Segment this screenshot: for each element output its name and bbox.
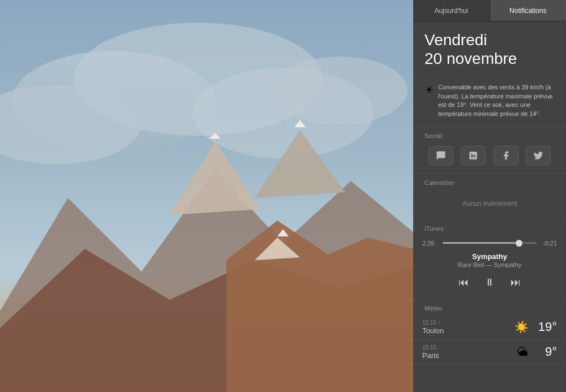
no-event-label: Aucun événement (413, 189, 566, 211)
svg-point-4 (192, 68, 374, 158)
itunes-progress-bar[interactable]: 2:26 -0:21 (413, 235, 566, 249)
date-day: Vendredi (424, 32, 555, 49)
svg-marker-10 (294, 120, 306, 127)
svg-rect-0 (0, 0, 413, 392)
itunes-track-info: Sympathy Rare Bird — Sympathy (413, 249, 566, 270)
svg-marker-8 (209, 133, 221, 139)
meteo-loc-toulon: Toulon (422, 326, 509, 335)
social-header: Social (413, 127, 566, 143)
tab-today[interactable]: Aujourd'hui (413, 0, 490, 21)
svg-marker-6 (0, 170, 413, 392)
tab-notifications[interactable]: Notifications (490, 0, 567, 21)
tab-bar: Aujourd'hui Notifications (413, 0, 566, 21)
weather-summary-text: Convenable avec des vents à 39 km/h (à l… (438, 83, 555, 118)
meteo-time-loc-paris: 15:15 Paris (422, 344, 512, 360)
svg-point-2 (74, 23, 323, 136)
time-elapsed: 2:26 (422, 240, 438, 247)
svg-marker-11 (0, 249, 413, 392)
meteo-time-paris: 15:15 (422, 344, 512, 351)
notification-center-panel: Aujourd'hui Notifications Vendredi 20 no… (413, 0, 566, 392)
nc-content[interactable]: Vendredi 20 novembre ☀ Convenable avec d… (413, 21, 566, 392)
time-remaining: -0:21 (541, 240, 557, 247)
previous-button[interactable]: ⏮ (456, 275, 471, 291)
progress-track[interactable] (443, 242, 537, 244)
meteo-loc-paris: Paris (422, 351, 512, 360)
social-twitter-button[interactable] (526, 146, 551, 165)
date-section: Vendredi 20 novembre (413, 21, 566, 76)
meteo-section: Météo 15:15 ↑ Toulon ☀️ 19° 15:15 Paris … (413, 299, 566, 367)
meteo-icon-paris: 🌥 (517, 346, 529, 359)
desktop-background (0, 0, 413, 392)
track-artist-album: Rare Bird — Sympathy (419, 261, 560, 268)
svg-marker-14 (277, 229, 289, 236)
svg-marker-7 (170, 141, 260, 215)
pause-button[interactable]: ⏸ (482, 275, 498, 291)
sun-icon: ☀ (424, 84, 434, 96)
meteo-time-toulon: 15:15 ↑ (422, 320, 509, 326)
social-section: Social (413, 127, 566, 174)
meteo-icon-toulon: ☀️ (514, 320, 529, 334)
progress-thumb (516, 240, 522, 247)
svg-marker-9 (255, 130, 345, 198)
calendar-section: Calendrier Aucun événement (413, 174, 566, 219)
meteo-temp-toulon: 19° (534, 320, 557, 334)
svg-point-1 (11, 51, 215, 153)
social-icons (413, 143, 566, 165)
date-full: 20 novembre (424, 49, 555, 68)
calendar-header: Calendrier (413, 174, 566, 189)
meteo-temp-paris: 9° (534, 344, 557, 359)
svg-marker-13 (255, 238, 300, 260)
progress-fill (443, 242, 516, 244)
next-button[interactable]: ⏭ (508, 275, 524, 291)
svg-point-5 (272, 57, 408, 124)
meteo-time-loc-toulon: 15:15 ↑ Toulon (422, 320, 509, 335)
meteo-row-toulon: 15:15 ↑ Toulon ☀️ 19° (413, 315, 566, 340)
social-facebook-button[interactable] (494, 146, 518, 165)
svg-marker-12 (226, 221, 413, 392)
social-message-button[interactable] (428, 146, 453, 165)
itunes-controls: ⏮ ⏸ ⏭ (413, 270, 566, 291)
track-name: Sympathy (419, 252, 560, 261)
weather-summary: ☀ Convenable avec des vents à 39 km/h (à… (413, 76, 566, 127)
meteo-row-paris: 15:15 Paris 🌥 9° (413, 340, 566, 365)
social-linkedin-button[interactable] (461, 146, 486, 165)
svg-point-3 (0, 85, 142, 164)
itunes-header: iTunes (413, 219, 566, 235)
meteo-header: Météo (413, 299, 566, 315)
itunes-section: iTunes 2:26 -0:21 Sympathy Rare Bird — S… (413, 219, 566, 299)
